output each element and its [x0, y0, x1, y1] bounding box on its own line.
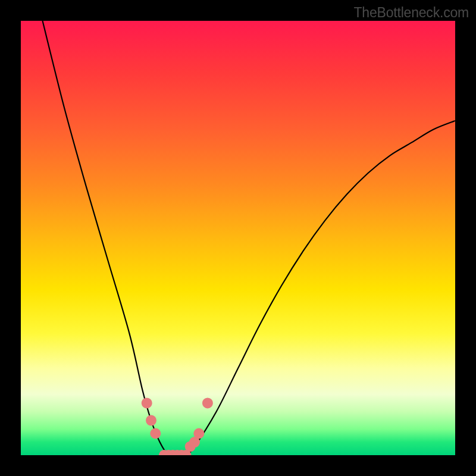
- marker-dot: [193, 428, 204, 439]
- bottleneck-curve: [43, 21, 456, 455]
- plot-area: [21, 21, 455, 455]
- marker-dot: [150, 428, 161, 439]
- chart-container: TheBottleneck.com: [0, 0, 476, 476]
- chart-svg: [21, 21, 455, 455]
- marker-dot: [146, 415, 156, 426]
- curve-layer: [43, 21, 456, 455]
- watermark-text: TheBottleneck.com: [354, 5, 469, 21]
- marker-dot: [142, 397, 152, 408]
- marker-dot: [202, 397, 213, 408]
- marker-layer: [142, 397, 213, 455]
